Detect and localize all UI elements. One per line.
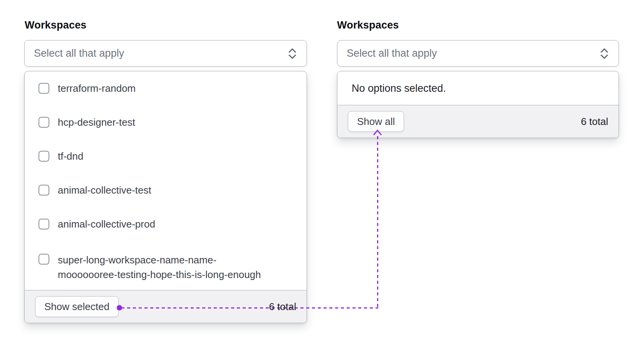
selected-options-panel: No options selected. Show all 6 total [337, 71, 619, 138]
select-placeholder-left: Select all that apply [34, 47, 124, 59]
workspaces-label-left: Workspaces [25, 19, 87, 31]
checkbox[interactable] [39, 151, 49, 162]
show-all-button[interactable]: Show all [348, 111, 404, 132]
option-label: terraform-random [58, 81, 136, 96]
annotation-line-horizontal [121, 307, 378, 309]
select-toggle-icon [287, 47, 297, 60]
option-tf-dnd[interactable]: tf-dnd [25, 139, 307, 173]
checkbox[interactable] [39, 254, 49, 265]
option-label: super-long-workspace-name-name- moooooor… [58, 253, 261, 282]
option-label: hcp-designer-test [58, 115, 135, 130]
empty-state-message: No options selected. [337, 71, 619, 105]
show-selected-button[interactable]: Show selected [35, 296, 119, 317]
option-hcp-designer-test[interactable]: hcp-designer-test [25, 105, 307, 139]
arrow-up-icon [372, 129, 382, 136]
options-listbox-panel: terraform-random hcp-designer-test tf-dn… [24, 71, 307, 323]
options-list: terraform-random hcp-designer-test tf-dn… [25, 71, 307, 291]
checkbox[interactable] [39, 185, 49, 196]
option-label: animal-collective-test [58, 183, 151, 197]
workspaces-label-right: Workspaces [337, 19, 399, 31]
listbox-footer: Show selected 6 total [25, 290, 307, 323]
total-count-right: 6 total [581, 116, 608, 128]
option-label: animal-collective-prod [58, 217, 155, 231]
checkbox[interactable] [39, 83, 49, 94]
total-count-left: 6 total [269, 301, 296, 313]
option-label: tf-dnd [58, 149, 84, 164]
annotation-line-vertical [377, 136, 378, 308]
option-super-long-workspace[interactable]: super-long-workspace-name-name- moooooor… [25, 241, 307, 291]
option-terraform-random[interactable]: terraform-random [25, 71, 307, 105]
select-toggle-icon [599, 47, 609, 60]
checkbox[interactable] [39, 117, 49, 128]
page: { "annotation": { "purple": "#8e2ae2" },… [0, 0, 644, 344]
workspaces-select-trigger-left[interactable]: Select all that apply [24, 40, 307, 67]
option-animal-collective-prod[interactable]: animal-collective-prod [25, 207, 307, 241]
select-placeholder-right: Select all that apply [347, 47, 437, 59]
checkbox[interactable] [39, 219, 49, 229]
option-animal-collective-test[interactable]: animal-collective-test [25, 173, 307, 207]
workspaces-select-trigger-right[interactable]: Select all that apply [337, 40, 619, 67]
